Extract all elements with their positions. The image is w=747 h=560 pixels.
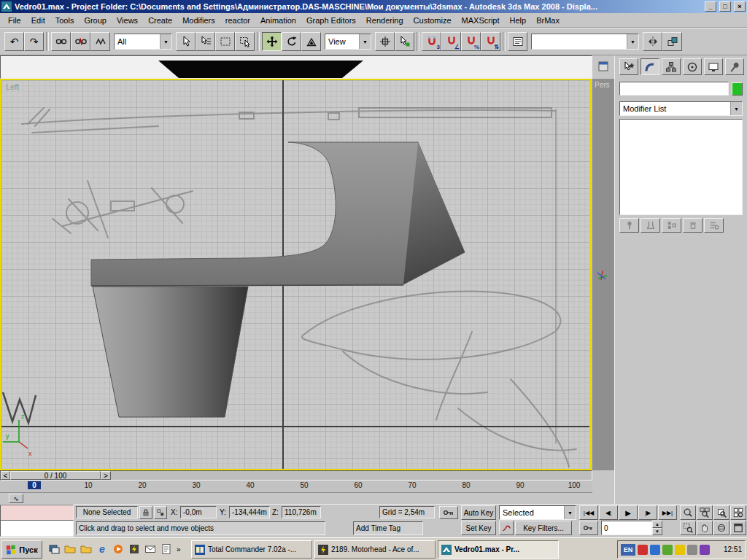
select-and-manipulate-button[interactable]	[395, 32, 414, 51]
menu-views[interactable]: Views	[112, 14, 143, 27]
y-coordinate-field[interactable]: -134,444m	[229, 506, 270, 518]
menu-brmax[interactable]: BrMax	[531, 14, 565, 27]
chevron-down-icon[interactable]: ▼	[564, 506, 576, 519]
angle-snap-toggle[interactable]: ∠	[441, 32, 461, 51]
modifier-stack-list[interactable]	[619, 119, 743, 215]
zoom-extents-all-button[interactable]	[730, 505, 746, 520]
tray-icon[interactable]	[638, 545, 648, 555]
go-to-end-button[interactable]: ▶▶|	[658, 505, 677, 520]
model-bucket[interactable]	[93, 287, 248, 417]
unlink-selection-button[interactable]	[71, 32, 90, 51]
previous-frame-button[interactable]: ◀|	[599, 505, 618, 520]
spinner-up-icon[interactable]: ▲	[652, 521, 662, 528]
menu-graph-editors[interactable]: Graph Editors	[301, 14, 361, 27]
selection-lock-toggle[interactable]	[139, 506, 152, 519]
menu-animation[interactable]: Animation	[255, 14, 301, 27]
current-time-field[interactable]: 0	[601, 521, 652, 535]
time-spinner[interactable]: ▲ ▼	[652, 521, 662, 535]
tray-icon[interactable]	[662, 545, 673, 555]
show-end-result-button[interactable]	[640, 218, 660, 233]
menu-modifiers[interactable]: Modifiers	[177, 14, 220, 27]
maxscript-listener-white[interactable]	[0, 520, 74, 537]
start-button[interactable]: Пуск	[1, 540, 42, 559]
maximize-viewport-toggle[interactable]	[730, 521, 746, 535]
folder-icon[interactable]	[79, 542, 93, 556]
set-key-button[interactable]: Set Key	[461, 521, 496, 535]
add-time-tag-field[interactable]: Add Time Tag	[353, 521, 423, 535]
window-crossing-toggle[interactable]	[235, 32, 255, 51]
make-unique-button[interactable]	[662, 218, 681, 233]
next-frame-button[interactable]: |▶	[638, 505, 657, 520]
menu-help[interactable]: Help	[505, 14, 532, 27]
select-by-name-button[interactable]	[196, 32, 215, 51]
z-coordinate-field[interactable]: 110,726m	[282, 506, 321, 518]
folder-icon[interactable]	[63, 542, 77, 556]
open-mini-curve-editor-button[interactable]: ∿	[9, 494, 23, 503]
selection-set-dropdown[interactable]: Selected ▼	[499, 505, 576, 520]
menu-create[interactable]: Create	[143, 14, 177, 27]
tray-icon[interactable]	[687, 545, 697, 555]
close-button[interactable]: ×	[734, 1, 746, 12]
select-and-rotate-button[interactable]	[282, 32, 301, 51]
time-slider[interactable]: < 0 / 100 >	[0, 470, 592, 481]
time-slider-next[interactable]: >	[101, 471, 111, 480]
region-zoom-button[interactable]	[680, 521, 696, 535]
mirror-button[interactable]	[643, 32, 662, 51]
bind-to-spacewarp-button[interactable]	[90, 32, 110, 51]
tray-icon[interactable]	[675, 545, 685, 555]
menu-customize[interactable]: Customize	[409, 14, 457, 27]
tab-hierarchy[interactable]	[662, 58, 681, 75]
task-3dsmax-vedro[interactable]: Vedro01.max - Pr...	[438, 540, 559, 559]
tab-create[interactable]	[619, 58, 638, 75]
percent-snap-toggle[interactable]: %	[461, 32, 481, 51]
viewport-left[interactable]: y z x Left	[0, 79, 591, 470]
tab-utilities[interactable]	[725, 58, 744, 75]
winamp-icon[interactable]	[127, 542, 142, 556]
chevron-down-icon[interactable]: ▼	[359, 34, 371, 49]
menu-maxscript[interactable]: MAXScript	[457, 14, 505, 27]
internet-explorer-icon[interactable]: e	[95, 542, 109, 556]
title-bar[interactable]: Vedro01.max - Project Folder: C:\Documen…	[0, 0, 747, 13]
key-filters-button[interactable]: Key Filters...	[515, 521, 572, 535]
pan-button[interactable]	[697, 521, 713, 535]
select-and-move-button[interactable]	[262, 32, 282, 51]
edit-named-selection-sets-button[interactable]	[508, 32, 527, 51]
menu-file[interactable]: File	[3, 14, 26, 27]
docked-toolbar-icon[interactable]	[597, 61, 609, 72]
menu-group[interactable]: Group	[79, 14, 112, 27]
select-object-button[interactable]	[176, 32, 196, 51]
viewport-label[interactable]: Left	[6, 82, 19, 91]
pin-stack-button[interactable]	[619, 218, 639, 233]
chevron-down-icon[interactable]: ▼	[627, 34, 638, 49]
rectangular-selection-region-button[interactable]	[215, 32, 235, 51]
show-desktop-icon[interactable]	[47, 542, 61, 556]
arc-rotate-button[interactable]	[713, 521, 729, 535]
task-total-commander[interactable]: Total Commander 7.02a -...	[191, 540, 312, 559]
use-pivot-point-center-button[interactable]	[375, 32, 395, 51]
mail-icon[interactable]	[143, 542, 158, 556]
tab-modify[interactable]	[640, 58, 659, 75]
tab-display[interactable]	[704, 58, 723, 75]
viewport-perspective-sliver[interactable]: Pers	[592, 79, 614, 470]
quick-launch-overflow[interactable]: »	[175, 545, 182, 553]
key-mode-toggle[interactable]	[579, 521, 598, 535]
modifier-list-dropdown[interactable]: Modifier List ▼	[619, 101, 743, 116]
tray-icon[interactable]	[650, 545, 660, 555]
media-player-icon[interactable]	[111, 542, 125, 556]
menu-tools[interactable]: Tools	[50, 14, 80, 27]
zoom-button[interactable]	[680, 505, 696, 520]
named-selection-sets-dropdown[interactable]: ▼	[531, 34, 639, 50]
menu-rendering[interactable]: Rendering	[361, 14, 409, 27]
maximize-button[interactable]: □	[719, 1, 731, 12]
select-and-scale-button[interactable]	[301, 32, 321, 51]
tray-icon[interactable]	[700, 545, 710, 555]
object-color-swatch[interactable]	[732, 82, 743, 96]
redo-button[interactable]: ↷	[24, 32, 44, 51]
play-button[interactable]: ▶	[619, 505, 638, 520]
minimize-button[interactable]: _	[705, 1, 716, 12]
time-slider-prev[interactable]: <	[1, 471, 10, 480]
configure-modifier-sets-button[interactable]	[704, 218, 724, 233]
x-coordinate-field[interactable]: -0,0m	[180, 506, 217, 518]
absolute-offset-toggle[interactable]	[154, 506, 167, 519]
track-bar[interactable]: 0 10 20 30 40 50 60 70 80 90 100	[0, 481, 592, 493]
